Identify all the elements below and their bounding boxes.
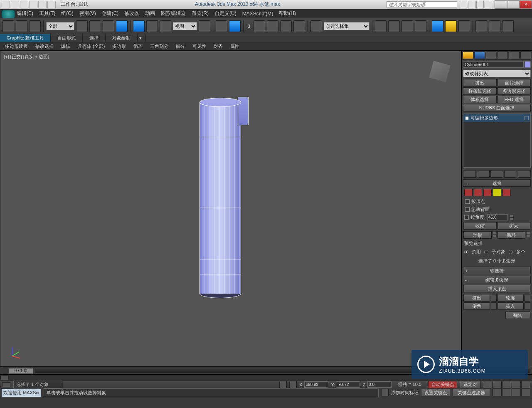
polygon-level-icon[interactable] [493, 189, 501, 196]
ring-button[interactable]: 环形 [463, 231, 492, 239]
menu-group[interactable]: 组(G) [61, 10, 73, 17]
mod-btn-volsel[interactable]: 体积选择 [463, 96, 497, 103]
menu-views[interactable]: 视图(V) [79, 10, 96, 17]
ribbon-sub-edit[interactable]: 编辑 [58, 42, 74, 50]
mod-btn-patchsel[interactable]: 面片选择 [498, 79, 531, 87]
menu-customize[interactable]: 自定义(U) [214, 10, 236, 17]
mod-btn-extrude[interactable]: 挤出 [463, 79, 497, 87]
select-icon[interactable] [76, 20, 88, 32]
menu-modifiers[interactable]: 修改器 [124, 10, 139, 17]
loop-down-icon[interactable] [526, 234, 530, 237]
schematic-icon[interactable] [445, 20, 457, 32]
angle-snap-icon[interactable] [267, 20, 278, 32]
align-icon[interactable] [388, 20, 400, 32]
redo-icon[interactable] [38, 1, 47, 8]
keyfilter-button[interactable]: 关键点过滤器 [453, 389, 490, 396]
graphite-icon[interactable] [415, 20, 426, 32]
inset-button[interactable]: 插入 [498, 302, 524, 310]
border-level-icon[interactable] [483, 189, 492, 196]
extrude-button[interactable]: 挤出 [463, 294, 490, 302]
x-coord-input[interactable] [304, 381, 328, 388]
lock-selection-icon[interactable] [279, 381, 287, 388]
rollout-editpoly-header[interactable]: -编辑多边形 [463, 276, 531, 283]
modify-tab-icon[interactable] [474, 52, 485, 59]
viewcube-icon[interactable] [429, 61, 450, 82]
spinner-snap-icon[interactable] [293, 20, 305, 32]
modifier-stack[interactable]: ◼ 可编辑多边形 [463, 114, 531, 168]
modifier-list-dropdown[interactable]: 修改器列表 [463, 70, 531, 77]
add-time-tag[interactable]: 添加时间标记 [391, 390, 419, 396]
goto-start-icon[interactable] [483, 381, 492, 388]
ring-down-icon[interactable] [493, 234, 497, 237]
ribbon-expand-icon[interactable]: ▾ [138, 35, 146, 42]
menu-animation[interactable]: 动画 [145, 10, 155, 17]
keyboard-shortcut-icon[interactable] [229, 20, 241, 32]
grow-button[interactable]: 扩大 [498, 222, 531, 230]
material-icon[interactable] [458, 20, 470, 32]
show-end-icon[interactable] [477, 170, 490, 178]
ignore-backfacing-checkbox[interactable] [465, 207, 470, 212]
next-frame-icon[interactable] [512, 381, 521, 388]
display-tab-icon[interactable] [509, 52, 520, 59]
edge-level-icon[interactable] [474, 189, 482, 196]
menu-help[interactable]: 帮助(H) [279, 10, 296, 17]
configure-icon[interactable] [518, 170, 531, 178]
link-icon[interactable] [47, 1, 56, 8]
ribbon-sub-tris[interactable]: 三角剖分 [147, 42, 172, 50]
app-logo-icon[interactable] [2, 10, 15, 18]
open-icon[interactable] [11, 1, 19, 8]
nav-orbit-icon[interactable] [512, 389, 521, 396]
mod-btn-nurbssel[interactable]: NURBS 曲面选择 [463, 104, 531, 111]
goto-end-icon[interactable] [521, 381, 530, 388]
menu-grapheditors[interactable]: 图形编辑器 [161, 10, 186, 17]
mod-btn-ffdsel[interactable]: FFD 选择 [498, 96, 531, 103]
loop-up-icon[interactable] [526, 231, 530, 234]
star-icon[interactable] [468, 1, 475, 8]
ribbon-sub-subdiv[interactable]: 细分 [172, 42, 188, 50]
curve-editor-icon[interactable] [432, 20, 443, 32]
by-angle-checkbox[interactable] [464, 215, 469, 220]
mod-btn-polysel[interactable]: 多边形选择 [498, 87, 531, 95]
element-level-icon[interactable] [502, 189, 511, 196]
ribbon-tab-freeform[interactable]: 自由形式 [51, 34, 83, 42]
ribbon-sub-properties[interactable]: 属性 [227, 42, 243, 50]
pin-stack-icon[interactable] [463, 170, 476, 178]
create-tab-icon[interactable] [463, 52, 473, 59]
menu-tools[interactable]: 工具(T) [39, 10, 55, 17]
selected-button[interactable]: 选定对 [460, 381, 480, 388]
y-coord-input[interactable] [336, 381, 360, 388]
menu-maxscript[interactable]: MAXScript(M) [242, 11, 273, 17]
menu-edit[interactable]: 编辑(E) [17, 10, 33, 17]
percent-snap-icon[interactable] [280, 20, 292, 32]
prev-frame-icon[interactable] [493, 381, 502, 388]
new-icon[interactable] [2, 1, 10, 8]
insert-vertex-button[interactable]: 插入顶点 [463, 285, 530, 292]
redo-button[interactable] [16, 20, 27, 32]
exchange-icon[interactable] [476, 1, 484, 8]
snap-icon[interactable] [254, 20, 265, 32]
manipulate-icon[interactable] [216, 20, 227, 32]
mod-btn-splinesel[interactable]: 样条线选择 [463, 87, 497, 95]
scale-icon[interactable] [160, 20, 171, 32]
preview-off-radio[interactable] [464, 250, 468, 254]
ribbon-sub-modifysel[interactable]: 修改选择 [32, 42, 57, 50]
bevel-button[interactable]: 倒角 [463, 302, 490, 310]
model-cylinder[interactable] [198, 98, 244, 297]
utilities-tab-icon[interactable] [520, 52, 531, 59]
workspace-label[interactable]: 工作台: 默认 [61, 1, 89, 8]
inset-settings-icon[interactable] [525, 302, 530, 310]
named-sel-dropdown[interactable]: 创建选择集 [324, 22, 369, 30]
ribbon-tab-selection[interactable]: 选择 [83, 34, 106, 42]
trackbar-toggle-icon[interactable] [0, 375, 9, 380]
by-vertex-checkbox[interactable] [465, 199, 470, 204]
isolate-icon[interactable] [381, 389, 389, 396]
vertex-level-icon[interactable] [464, 189, 473, 196]
rollout-softsel-header[interactable]: +软选择 [463, 267, 531, 274]
ribbon-tab-graphite[interactable]: Graphite 建模工具 [0, 34, 51, 42]
outline-settings-icon[interactable] [525, 294, 530, 302]
layer-icon[interactable] [401, 20, 413, 32]
angle-down-icon[interactable] [510, 218, 514, 220]
motion-tab-icon[interactable] [497, 52, 508, 59]
play-icon[interactable] [502, 381, 511, 388]
autokey-button[interactable]: 自动关键点 [428, 381, 457, 388]
